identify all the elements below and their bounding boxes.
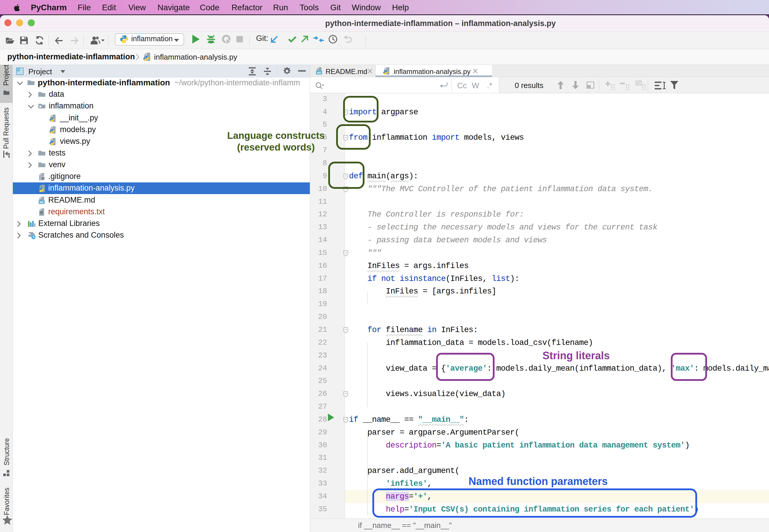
svg-text:MD: MD	[39, 201, 44, 204]
svg-text:MD: MD	[317, 71, 321, 74]
